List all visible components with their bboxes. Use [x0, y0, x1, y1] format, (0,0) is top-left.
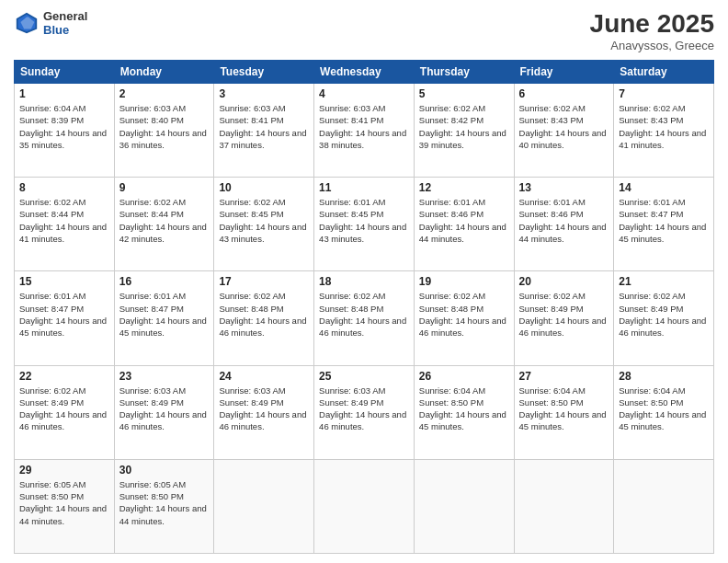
daylight: Daylight: 14 hours and 45 minutes.: [619, 222, 706, 244]
table-row: 6Sunrise: 6:02 AMSunset: 8:43 PMDaylight…: [514, 84, 614, 178]
day-number: 9: [119, 181, 210, 194]
day-info: Sunrise: 6:01 AMSunset: 8:45 PMDaylight:…: [319, 196, 409, 245]
daylight: Daylight: 14 hours and 44 minutes.: [119, 503, 207, 525]
table-row: [214, 459, 314, 553]
sunset: Sunset: 8:48 PM: [219, 304, 283, 314]
sunset: Sunset: 8:45 PM: [219, 209, 283, 219]
sunset: Sunset: 8:42 PM: [419, 115, 483, 125]
sunset: Sunset: 8:43 PM: [519, 115, 584, 125]
day-number: 13: [519, 181, 609, 194]
table-row: 2Sunrise: 6:03 AMSunset: 8:40 PMDaylight…: [114, 84, 214, 178]
day-info: Sunrise: 6:02 AMSunset: 8:48 PMDaylight:…: [419, 290, 509, 339]
col-sunday: Sunday: [15, 61, 115, 84]
sunset: Sunset: 8:50 PM: [619, 397, 683, 408]
daylight: Daylight: 14 hours and 45 minutes.: [19, 316, 107, 338]
table-row: 9Sunrise: 6:02 AMSunset: 8:44 PMDaylight…: [114, 178, 214, 271]
col-friday: Friday: [514, 61, 614, 84]
sunrise: Sunrise: 6:02 AM: [419, 291, 485, 301]
sunset: Sunset: 8:49 PM: [119, 397, 184, 408]
table-row: 26Sunrise: 6:04 AMSunset: 8:50 PMDayligh…: [414, 365, 514, 459]
day-info: Sunrise: 6:02 AMSunset: 8:43 PMDaylight:…: [519, 102, 609, 151]
sunrise: Sunrise: 6:05 AM: [119, 479, 186, 489]
table-row: 25Sunrise: 6:03 AMSunset: 8:49 PMDayligh…: [314, 365, 415, 459]
day-number: 14: [619, 181, 709, 194]
day-number: 23: [119, 370, 210, 383]
day-number: 25: [319, 370, 409, 383]
day-number: 26: [419, 370, 509, 383]
daylight: Daylight: 14 hours and 45 minutes.: [519, 409, 607, 431]
table-row: 24Sunrise: 6:03 AMSunset: 8:49 PMDayligh…: [214, 365, 314, 459]
day-info: Sunrise: 6:01 AMSunset: 8:47 PMDaylight:…: [619, 196, 709, 245]
sunrise: Sunrise: 6:04 AM: [619, 385, 685, 396]
day-info: Sunrise: 6:04 AMSunset: 8:50 PMDaylight:…: [519, 385, 609, 433]
col-tuesday: Tuesday: [214, 61, 314, 84]
sunrise: Sunrise: 6:02 AM: [219, 291, 285, 301]
sunrise: Sunrise: 6:03 AM: [319, 385, 385, 396]
table-row: 4Sunrise: 6:03 AMSunset: 8:41 PMDaylight…: [314, 84, 415, 178]
day-number: 3: [219, 87, 309, 100]
daylight: Daylight: 14 hours and 46 minutes.: [519, 316, 607, 338]
table-row: 16Sunrise: 6:01 AMSunset: 8:47 PMDayligh…: [114, 271, 214, 365]
day-number: 2: [119, 87, 210, 100]
table-row: 30Sunrise: 6:05 AMSunset: 8:50 PMDayligh…: [114, 459, 214, 553]
sunrise: Sunrise: 6:04 AM: [19, 103, 85, 113]
day-info: Sunrise: 6:02 AMSunset: 8:45 PMDaylight:…: [219, 196, 309, 245]
calendar-week-3: 22Sunrise: 6:02 AMSunset: 8:49 PMDayligh…: [15, 365, 714, 459]
daylight: Daylight: 14 hours and 46 minutes.: [219, 409, 306, 431]
table-row: 5Sunrise: 6:02 AMSunset: 8:42 PMDaylight…: [414, 84, 514, 178]
daylight: Daylight: 14 hours and 46 minutes.: [119, 409, 207, 431]
day-number: 15: [19, 275, 109, 288]
sunrise: Sunrise: 6:02 AM: [219, 197, 285, 207]
table-row: 14Sunrise: 6:01 AMSunset: 8:47 PMDayligh…: [614, 178, 714, 271]
day-info: Sunrise: 6:02 AMSunset: 8:42 PMDaylight:…: [419, 102, 509, 151]
sunrise: Sunrise: 6:02 AM: [619, 291, 685, 301]
daylight: Daylight: 14 hours and 44 minutes.: [19, 503, 107, 525]
sunrise: Sunrise: 6:01 AM: [519, 197, 586, 207]
table-row: 7Sunrise: 6:02 AMSunset: 8:43 PMDaylight…: [614, 84, 714, 178]
sunset: Sunset: 8:49 PM: [219, 397, 283, 408]
table-row: 17Sunrise: 6:02 AMSunset: 8:48 PMDayligh…: [214, 271, 314, 365]
sunset: Sunset: 8:44 PM: [119, 209, 184, 219]
day-number: 6: [519, 87, 609, 100]
sunrise: Sunrise: 6:03 AM: [119, 103, 186, 113]
day-info: Sunrise: 6:03 AMSunset: 8:41 PMDaylight:…: [219, 102, 309, 151]
day-info: Sunrise: 6:05 AMSunset: 8:50 PMDaylight:…: [119, 478, 210, 527]
day-number: 21: [619, 275, 709, 288]
logo-text: General Blue: [43, 9, 87, 37]
daylight: Daylight: 14 hours and 45 minutes.: [619, 409, 706, 431]
day-number: 16: [119, 275, 210, 288]
day-info: Sunrise: 6:02 AMSunset: 8:48 PMDaylight:…: [319, 290, 409, 339]
table-row: 15Sunrise: 6:01 AMSunset: 8:47 PMDayligh…: [15, 271, 115, 365]
calendar-week-1: 8Sunrise: 6:02 AMSunset: 8:44 PMDaylight…: [15, 178, 714, 271]
calendar-week-4: 29Sunrise: 6:05 AMSunset: 8:50 PMDayligh…: [15, 459, 714, 553]
table-row: [314, 459, 415, 553]
table-row: 21Sunrise: 6:02 AMSunset: 8:49 PMDayligh…: [614, 271, 714, 365]
sunrise: Sunrise: 6:02 AM: [19, 197, 85, 207]
sunset: Sunset: 8:48 PM: [419, 304, 483, 314]
sunset: Sunset: 8:45 PM: [319, 209, 383, 219]
sunrise: Sunrise: 6:04 AM: [519, 385, 586, 396]
daylight: Daylight: 14 hours and 46 minutes.: [319, 316, 406, 338]
day-info: Sunrise: 6:03 AMSunset: 8:41 PMDaylight:…: [319, 102, 409, 151]
day-info: Sunrise: 6:05 AMSunset: 8:50 PMDaylight:…: [19, 478, 109, 527]
table-row: 8Sunrise: 6:02 AMSunset: 8:44 PMDaylight…: [15, 178, 115, 271]
day-info: Sunrise: 6:03 AMSunset: 8:49 PMDaylight:…: [219, 385, 309, 433]
sunrise: Sunrise: 6:03 AM: [219, 103, 285, 113]
daylight: Daylight: 14 hours and 41 minutes.: [19, 222, 107, 244]
table-row: 22Sunrise: 6:02 AMSunset: 8:49 PMDayligh…: [15, 365, 115, 459]
sunset: Sunset: 8:47 PM: [119, 304, 184, 314]
sunrise: Sunrise: 6:01 AM: [619, 197, 685, 207]
calendar-header-row: Sunday Monday Tuesday Wednesday Thursday…: [15, 61, 714, 84]
sunset: Sunset: 8:49 PM: [19, 397, 84, 408]
daylight: Daylight: 14 hours and 40 minutes.: [519, 128, 607, 150]
calendar: Sunday Monday Tuesday Wednesday Thursday…: [14, 60, 714, 554]
sunset: Sunset: 8:41 PM: [219, 115, 283, 125]
day-number: 27: [519, 370, 609, 383]
sunset: Sunset: 8:44 PM: [19, 209, 84, 219]
day-number: 28: [619, 370, 709, 383]
daylight: Daylight: 14 hours and 38 minutes.: [319, 128, 406, 150]
sunrise: Sunrise: 6:01 AM: [419, 197, 485, 207]
sunset: Sunset: 8:46 PM: [519, 209, 584, 219]
day-info: Sunrise: 6:04 AMSunset: 8:50 PMDaylight:…: [619, 385, 709, 433]
day-number: 8: [19, 181, 109, 194]
